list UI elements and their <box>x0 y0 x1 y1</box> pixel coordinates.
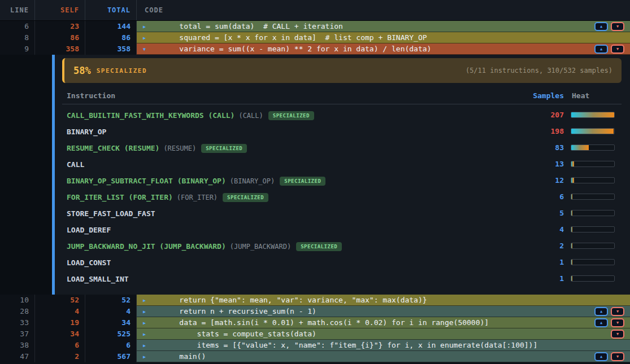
self-samples-cell: 19 <box>35 317 85 328</box>
move-down-button[interactable]: ▼ <box>611 45 624 54</box>
code-line: variance = sum((x - mean) ** 2 for x in … <box>137 43 630 55</box>
instruction-name: CALL <box>67 160 84 169</box>
expand-expander-icon[interactable]: ▶ <box>143 351 146 362</box>
self-samples-cell: 23 <box>35 21 85 32</box>
instruction-base-name: (JUMP_BACKWARD) <box>230 243 291 251</box>
move-up-button[interactable]: ▲ <box>594 45 608 54</box>
heat-bar <box>571 210 615 216</box>
instruction-row: LOAD_SMALL_INT1 <box>62 270 622 287</box>
samples-count: 1 <box>528 274 564 283</box>
self-samples-cell: 358 <box>35 43 85 55</box>
heat-bar <box>571 194 615 200</box>
row-move-buttons: ▲▼ <box>594 318 624 327</box>
instruction-name: LOAD_DEREF <box>67 226 111 234</box>
move-up-button[interactable]: ▲ <box>594 307 608 316</box>
code-cell: ▶ squared = [x * x for x in data] # list… <box>137 32 630 43</box>
move-up-button[interactable]: ▲ <box>594 318 608 327</box>
line-number-cell: 38 <box>0 340 35 351</box>
move-up-button[interactable]: ▲ <box>594 352 608 361</box>
instruction-row: CALL_BUILTIN_FAST_WITH_KEYWORDS (CALL)(C… <box>62 107 622 123</box>
percent-specialized: 58% <box>73 65 91 76</box>
heat-bar-fill <box>571 145 589 150</box>
expand-expander-icon[interactable]: ▶ <box>143 295 146 306</box>
code-line: squared = [x * x for x in data] # list c… <box>137 32 630 43</box>
instruction-name: LOAD_CONST <box>67 258 111 267</box>
instruction-row: LOAD_DEREF4 <box>62 221 622 238</box>
instruction-row: RESUME_CHECK (RESUME)(RESUME)SPECIALIZED… <box>62 139 622 156</box>
specialized-label: SPECIALIZED <box>97 67 147 74</box>
samples-count: 4 <box>528 225 564 234</box>
move-up-button[interactable]: ▲ <box>594 22 608 31</box>
total-samples-cell: 144 <box>85 21 137 32</box>
heat-bar <box>571 177 615 183</box>
heat-cell <box>571 210 622 216</box>
code-rows-top: 623144▶ total = sum(data) # CALL + itera… <box>0 21 630 55</box>
heat-cell <box>571 226 622 233</box>
instruction-name-cell: BINARY_OP <box>62 126 528 137</box>
instruction-row: LOAD_CONST1 <box>62 254 622 270</box>
line-number-cell: 6 <box>0 21 35 32</box>
expand-expander-icon[interactable]: ▶ <box>143 317 146 328</box>
heat-column-header: Heat <box>571 91 622 100</box>
heat-bar <box>571 161 615 167</box>
instruction-table-header: Instruction Samples Heat <box>62 87 622 104</box>
instruction-name: CALL_BUILTIN_FAST_WITH_KEYWORDS (CALL) <box>67 111 234 120</box>
expand-expander-icon[interactable]: ▶ <box>143 21 146 32</box>
self-samples-cell: 52 <box>35 295 85 306</box>
heat-bar <box>571 144 615 151</box>
heat-bar-fill <box>571 276 572 281</box>
move-down-button[interactable]: ▼ <box>611 318 624 327</box>
code-cell: ▶ main()▲▼ <box>137 351 630 362</box>
specialized-badge: SPECIALIZED <box>280 177 325 186</box>
summary-counts: (5/11 instructions, 310/532 samples) <box>466 67 612 74</box>
expand-expander-icon[interactable]: ▶ <box>143 32 146 43</box>
heat-bar-fill <box>571 227 572 232</box>
code-line: items = [{"value": x, "name": f"item_{i}… <box>137 340 630 351</box>
code-cell: ▼ variance = sum((x - mean) ** 2 for x i… <box>137 43 630 55</box>
move-down-button[interactable]: ▼ <box>611 307 624 316</box>
instruction-base-name: (CALL) <box>238 112 263 120</box>
total-samples-cell: 52 <box>85 295 137 306</box>
code-row: 88686▶ squared = [x * x for x in data] #… <box>0 32 630 43</box>
expanded-detail-section: 58% SPECIALIZED (5/11 instructions, 310/… <box>0 55 630 295</box>
expand-expander-icon[interactable]: ▶ <box>143 340 146 351</box>
self-samples-cell: 6 <box>35 340 85 351</box>
instruction-row: FOR_ITER_LIST (FOR_ITER)(FOR_ITER)SPECIA… <box>62 188 622 205</box>
row-move-buttons: ▲▼ <box>594 307 624 316</box>
heat-bar <box>571 128 615 134</box>
line-number-cell: 33 <box>0 317 35 328</box>
instruction-name-cell: JUMP_BACKWARD_NO_JIT (JUMP_BACKWARD)(JUM… <box>62 240 528 251</box>
heat-cell <box>571 275 622 282</box>
instruction-name: RESUME_CHECK (RESUME) <box>67 144 159 152</box>
heat-bar <box>571 275 615 282</box>
heat-cell <box>571 144 622 151</box>
instruction-base-name: (RESUME) <box>163 144 196 152</box>
instruction-row: JUMP_BACKWARD_NO_JIT (JUMP_BACKWARD)(JUM… <box>62 238 622 254</box>
expand-expander-icon[interactable]: ▶ <box>143 328 146 340</box>
code-rows-bottom: 105252▶ return {"mean": mean, "var": var… <box>0 295 630 362</box>
instruction-row: BINARY_OP198 <box>62 123 622 139</box>
expand-expander-icon[interactable]: ▶ <box>143 306 146 317</box>
heat-bar-fill <box>571 194 572 199</box>
samples-count: 13 <box>528 160 564 168</box>
column-header-code: CODE <box>137 0 630 20</box>
code-cell: ▶ data = [math.sin(i * 0.01) + math.cos(… <box>137 317 630 328</box>
move-down-button[interactable]: ▼ <box>611 22 624 31</box>
samples-count: 5 <box>528 209 564 217</box>
move-down-button[interactable]: ▼ <box>611 352 624 361</box>
collapse-expander-icon[interactable]: ▼ <box>143 43 146 55</box>
move-down-button[interactable]: ▼ <box>611 330 624 339</box>
samples-count: 6 <box>528 192 564 201</box>
instruction-name-cell: LOAD_DEREF <box>62 224 528 235</box>
row-move-buttons: ▼ <box>611 330 624 339</box>
code-cell: ▶ items = [{"value": x, "name": f"item_{… <box>137 340 630 351</box>
total-samples-cell: 4 <box>85 306 137 317</box>
line-number-cell: 9 <box>0 43 35 55</box>
heat-cell <box>571 177 622 183</box>
instruction-row: STORE_FAST_LOAD_FAST5 <box>62 205 622 221</box>
heat-cell <box>571 112 622 118</box>
samples-count: 207 <box>528 111 564 119</box>
instruction-name: LOAD_SMALL_INT <box>67 275 129 283</box>
heat-bar <box>571 259 615 265</box>
row-move-buttons: ▲▼ <box>594 22 624 31</box>
